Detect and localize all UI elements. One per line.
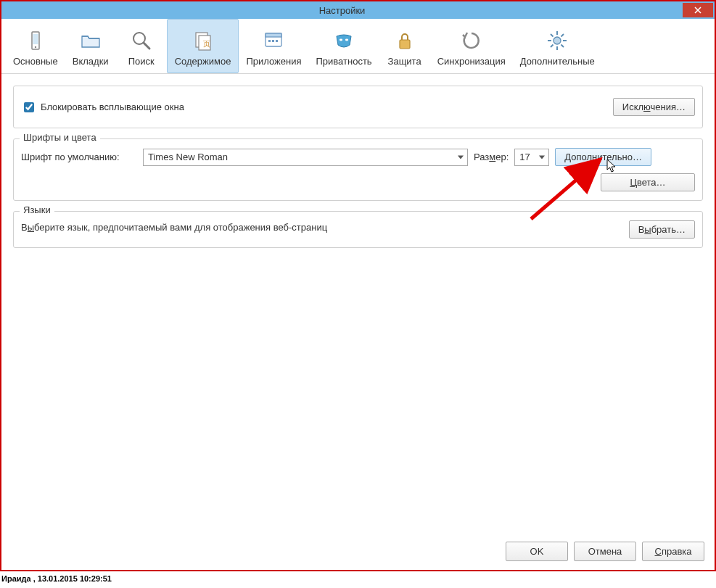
folder-icon [78, 28, 103, 53]
block-popups-checkbox[interactable]: Блокировать всплывающие окна [21, 100, 184, 115]
search-icon [129, 28, 154, 53]
close-button[interactable] [683, 3, 713, 17]
toolbar-privacy[interactable]: Приватность [308, 19, 379, 73]
toolbar-label: Синхронизация [437, 56, 506, 67]
fonts-colors-group: Шрифты и цвета Шрифт по умолчанию: Times… [13, 138, 703, 201]
content-icon: 页 [191, 28, 215, 53]
toolbar-security[interactable]: Защита [379, 19, 430, 73]
svg-point-4 [35, 46, 36, 48]
close-icon [694, 7, 701, 14]
popup-group: Блокировать всплывающие окна Исключения… [13, 86, 703, 128]
default-font-label: Шрифт по умолчанию: [21, 152, 137, 162]
svg-line-23 [551, 34, 554, 37]
fonts-legend: Шрифты и цвета [20, 132, 100, 143]
toolbar-content[interactable]: 页 Содержимое [167, 19, 239, 73]
size-label: Размер: [474, 152, 509, 162]
svg-text:页: 页 [203, 40, 210, 48]
toolbar-label: Поиск [128, 56, 155, 67]
phone-icon [23, 28, 48, 53]
default-font-value: Times New Roman [148, 152, 228, 162]
dialog-buttons: OK Отмена Справка [506, 542, 704, 561]
window-title: Настройки [1, 5, 683, 16]
svg-rect-3 [33, 34, 38, 44]
toolbar-general[interactable]: Основные [6, 19, 65, 73]
toolbar-label: Вкладки [73, 56, 109, 67]
gear-icon [545, 28, 569, 53]
choose-language-button[interactable]: Выбрать… [629, 220, 695, 239]
lock-icon [392, 28, 417, 53]
svg-line-24 [561, 45, 564, 48]
default-font-select[interactable]: Times New Roman [143, 149, 468, 166]
mask-icon [332, 28, 356, 53]
svg-line-25 [561, 34, 564, 37]
cancel-button[interactable]: Отмена [574, 542, 636, 561]
toolbar-label: Основные [13, 56, 58, 67]
chevron-down-icon [458, 155, 464, 159]
content-panel: Блокировать всплывающие окна Исключения…… [1, 74, 715, 570]
block-popups-input[interactable] [24, 102, 34, 112]
size-select[interactable]: 17 [514, 149, 549, 166]
toolbar: Основные Вкладки Поиск 页 Содержимое Прил… [1, 19, 715, 74]
svg-line-6 [144, 43, 149, 49]
svg-line-26 [551, 45, 554, 48]
toolbar-label: Содержимое [175, 56, 231, 67]
svg-point-15 [340, 39, 342, 41]
toolbar-tabs[interactable]: Вкладки [65, 19, 116, 73]
applications-icon [261, 28, 286, 53]
svg-rect-17 [400, 40, 410, 49]
chevron-down-icon [539, 155, 545, 159]
titlebar: Настройки [1, 1, 715, 19]
languages-text: Выберите язык, предпочитаемый вами для о… [21, 220, 327, 233]
toolbar-label: Защита [388, 56, 421, 67]
languages-group: Языки Выберите язык, предпочитаемый вами… [13, 211, 703, 248]
toolbar-label: Приложения [246, 56, 301, 67]
settings-window: Настройки Основные Вкладки Поиск 页 [0, 0, 716, 571]
footer-caption: Ираида , 13.01.2015 10:29:51 [0, 571, 716, 583]
fonts-advanced-button[interactable]: Дополнительно… [555, 148, 651, 166]
size-value: 17 [519, 152, 530, 162]
ok-button[interactable]: OK [506, 542, 568, 561]
svg-rect-12 [268, 40, 271, 42]
svg-point-18 [554, 37, 561, 44]
svg-rect-14 [276, 40, 278, 42]
exceptions-button[interactable]: Исключения… [613, 98, 695, 116]
toolbar-label: Дополнительные [520, 56, 595, 67]
toolbar-search[interactable]: Поиск [116, 19, 167, 73]
help-button[interactable]: Справка [642, 542, 704, 561]
toolbar-label: Приватность [316, 56, 371, 67]
toolbar-applications[interactable]: Приложения [239, 19, 308, 73]
colors-button[interactable]: Цвета… [601, 173, 695, 191]
svg-point-16 [345, 39, 348, 41]
svg-rect-13 [272, 40, 274, 42]
sync-icon [459, 28, 484, 53]
toolbar-sync[interactable]: Синхронизация [430, 19, 513, 73]
toolbar-advanced[interactable]: Дополнительные [513, 19, 602, 73]
block-popups-label: Блокировать всплывающие окна [41, 102, 184, 112]
languages-legend: Языки [20, 204, 54, 215]
svg-rect-11 [266, 33, 281, 37]
